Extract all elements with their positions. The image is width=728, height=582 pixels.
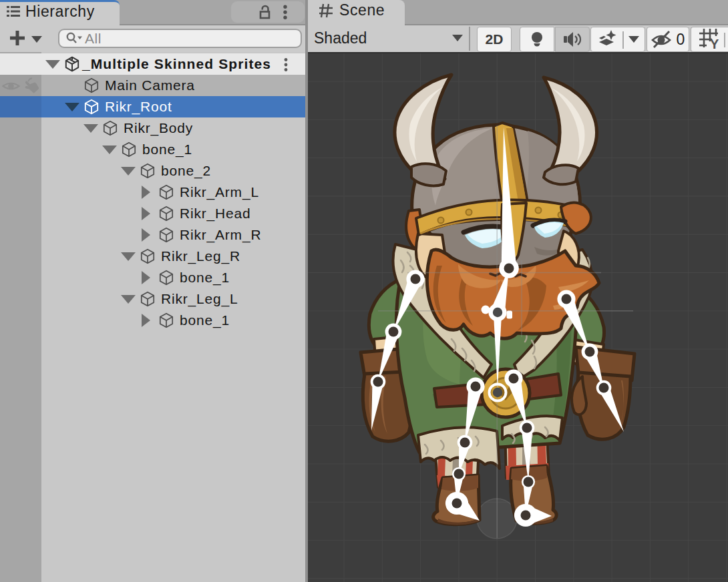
svg-text:Y: Y [710, 37, 719, 51]
